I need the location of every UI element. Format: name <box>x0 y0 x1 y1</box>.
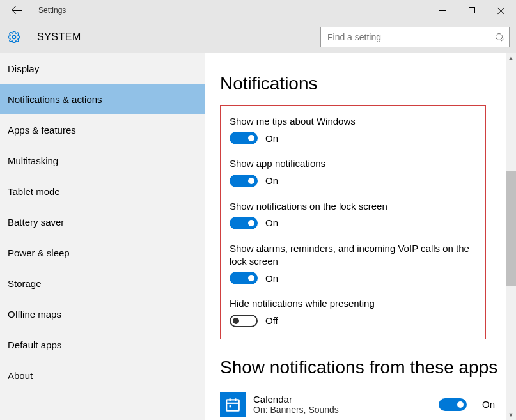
header-bar: Settings SYSTEM <box>0 0 516 53</box>
search-icon <box>495 33 504 42</box>
sidebar-item-default-apps[interactable]: Default apps <box>0 329 205 360</box>
toggle-app-calendar[interactable] <box>439 398 467 411</box>
sidebar: Display Notifications & actions Apps & f… <box>0 53 205 420</box>
toggle-state: Off <box>265 315 278 326</box>
sidebar-item-label: Storage <box>8 278 42 289</box>
sidebar-item-offline-maps[interactable]: Offline maps <box>0 299 205 329</box>
window-title: Settings <box>38 6 66 15</box>
window-controls <box>428 0 516 20</box>
toggle-state: On <box>265 217 278 228</box>
back-arrow-icon <box>13 6 23 15</box>
gear-icon <box>8 31 20 43</box>
maximize-icon <box>469 7 475 13</box>
app-row-calendar[interactable]: Calendar On: Banners, Sounds On <box>220 392 495 417</box>
toggle-row: On <box>230 132 476 144</box>
toggle-tips[interactable] <box>230 132 258 144</box>
toggle-row: Off <box>230 315 476 327</box>
section-title: SYSTEM <box>37 31 81 43</box>
sidebar-item-label: Tablet mode <box>8 186 60 197</box>
setting-label: Show alarms, reminders, and incoming VoI… <box>230 242 476 268</box>
toggle-alarms-lockscreen[interactable] <box>230 272 258 284</box>
toggle-app-notifications[interactable] <box>230 175 258 187</box>
setting-label: Hide notifications while presenting <box>230 297 476 310</box>
scrollbar-vertical[interactable]: ▲ ▼ <box>506 53 516 420</box>
close-button[interactable] <box>487 0 516 20</box>
toggle-row: On <box>230 175 476 187</box>
sidebar-item-label: Power & sleep <box>8 247 70 258</box>
close-icon <box>497 6 505 14</box>
calendar-icon <box>220 392 246 417</box>
toggle-state: On <box>265 133 278 144</box>
titlebar: Settings <box>0 0 516 20</box>
sidebar-item-notifications[interactable]: Notifications & actions <box>0 84 205 114</box>
sidebar-item-display[interactable]: Display <box>0 53 205 84</box>
app-name: Calendar <box>253 394 439 405</box>
minimize-button[interactable] <box>428 0 457 20</box>
setting-label: Show app notifications <box>230 157 476 170</box>
scroll-up-button[interactable]: ▲ <box>506 53 516 63</box>
scroll-thumb[interactable] <box>506 171 516 286</box>
toggle-hide-presenting[interactable] <box>230 315 258 327</box>
page-heading: Notifications <box>220 74 501 94</box>
sidebar-item-label: Multitasking <box>8 155 58 166</box>
apps-heading: Show notifications from these apps <box>220 357 501 378</box>
app-status: On: Banners, Sounds <box>253 405 439 415</box>
scroll-down-button[interactable]: ▼ <box>506 410 516 420</box>
app-info: Calendar On: Banners, Sounds <box>253 394 439 415</box>
sidebar-item-battery-saver[interactable]: Battery saver <box>0 206 205 237</box>
sidebar-item-storage[interactable]: Storage <box>0 268 205 299</box>
toggle-row: On <box>230 272 476 284</box>
minimize-icon <box>439 10 446 11</box>
app-toggle-wrap: On <box>439 398 495 411</box>
svg-point-0 <box>13 35 16 38</box>
sidebar-item-about[interactable]: About <box>0 360 205 391</box>
sidebar-item-label: Display <box>8 63 39 74</box>
svg-rect-1 <box>226 400 239 410</box>
toggle-state: On <box>265 273 278 284</box>
sidebar-item-label: Apps & features <box>8 125 76 136</box>
toggle-state: On <box>265 175 278 186</box>
search-input[interactable] <box>326 31 495 43</box>
setting-label: Show notifications on the lock screen <box>230 200 476 213</box>
sidebar-item-label: Notifications & actions <box>8 94 102 105</box>
sidebar-item-apps-features[interactable]: Apps & features <box>0 114 205 145</box>
maximize-button[interactable] <box>457 0 487 20</box>
sidebar-item-label: Default apps <box>8 339 61 350</box>
setting-label: Show me tips about Windows <box>230 115 476 128</box>
sidebar-item-label: Offline maps <box>8 309 61 320</box>
search-box[interactable] <box>320 27 510 47</box>
sidebar-item-power-sleep[interactable]: Power & sleep <box>0 237 205 268</box>
sidebar-item-multitasking[interactable]: Multitasking <box>0 145 205 176</box>
header-row: SYSTEM <box>0 20 516 53</box>
toggle-state: On <box>482 399 495 410</box>
back-button[interactable] <box>4 0 32 20</box>
sidebar-item-tablet-mode[interactable]: Tablet mode <box>0 176 205 206</box>
svg-rect-5 <box>230 405 231 407</box>
sidebar-item-label: About <box>8 370 33 381</box>
toggle-lockscreen-notifications[interactable] <box>230 217 258 229</box>
highlight-box: Show me tips about Windows On Show app n… <box>220 105 486 339</box>
sidebar-item-label: Battery saver <box>8 217 64 228</box>
toggle-row: On <box>230 217 476 229</box>
body-area: Display Notifications & actions Apps & f… <box>0 53 516 420</box>
content-pane: Notifications Show me tips about Windows… <box>205 53 516 420</box>
